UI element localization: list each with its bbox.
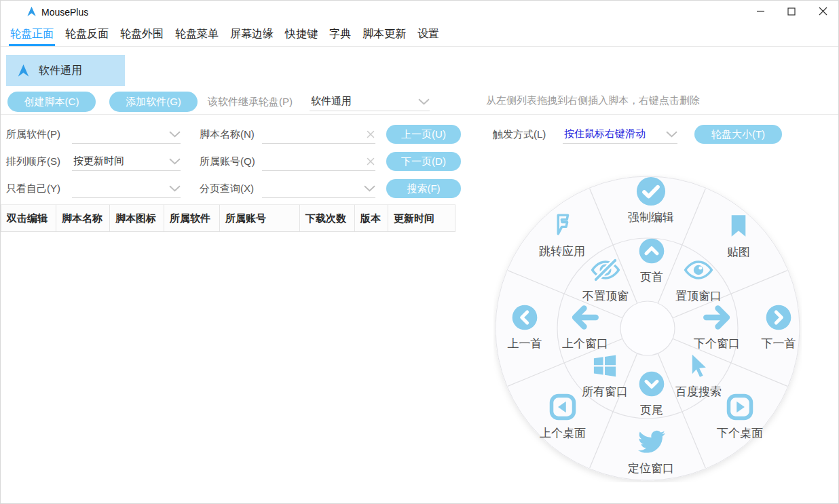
wheel-item-pin-window[interactable]: 置顶窗口 — [658, 254, 739, 304]
inherit-wheel-value: 软件通用 — [310, 95, 352, 108]
script-name-input[interactable] — [262, 125, 375, 144]
trigger-mode-value: 按住鼠标右键滑动 — [563, 128, 646, 140]
wheel-item-label: 跳转应用 — [521, 244, 603, 259]
only-mine-select[interactable] — [72, 179, 181, 198]
wheel-item-jump-app[interactable]: 跳转应用 — [521, 210, 603, 259]
tab-hotkeys[interactable]: 快捷键 — [285, 22, 318, 46]
owner-account-input[interactable] — [262, 152, 375, 171]
owner-account-label: 所属账号(Q) — [200, 152, 255, 171]
column-header: 下载次数 — [299, 205, 354, 231]
close-icon — [819, 7, 827, 16]
chevron-down-icon — [418, 98, 430, 105]
sort-order-label: 排列顺序(S) — [6, 152, 60, 171]
wheel-item-label: 上一首 — [484, 336, 565, 351]
wheel-item-pin-image[interactable]: 贴图 — [698, 210, 779, 260]
chevron-down-icon — [169, 131, 181, 138]
owner-software-label: 所属软件(P) — [6, 125, 60, 144]
wheel-item-locate-window[interactable]: 定位窗口 — [610, 427, 692, 476]
windows-icon — [564, 350, 646, 381]
chevron-down-icon — [169, 158, 181, 165]
mouseplus-window: MousePlus 轮盘正面轮盘反面轮盘外围轮盘菜单屏幕边缘快捷键字典脚本更新设… — [0, 0, 839, 504]
square-play-left-icon — [522, 391, 603, 423]
circle-chevron-left-icon — [484, 302, 565, 333]
drag-hint-text: 从左侧列表拖拽到右侧插入脚本，右键点击删除 — [486, 91, 700, 110]
prev-page-button[interactable]: 上一页(U) — [386, 125, 461, 144]
page-query-label: 分页查询(X) — [200, 179, 254, 198]
maximize-icon — [787, 7, 796, 16]
script-table-header: 双击编辑脚本名称脚本图标所属软件所属账号下载次数版本更新时间 — [1, 204, 455, 232]
foursquare-icon — [521, 210, 603, 241]
nav-arrow-icon — [16, 63, 31, 78]
circle-check-icon — [610, 176, 692, 207]
software-tab-label: 软件通用 — [39, 64, 82, 78]
square-play-right-icon — [699, 391, 781, 423]
trigger-mode-select[interactable]: 按住鼠标右键滑动 — [563, 125, 677, 144]
chevron-down-icon — [364, 185, 375, 192]
minimize-icon — [756, 7, 765, 16]
column-header: 脚本图标 — [109, 205, 164, 231]
wheel-item-label: 不置顶窗 — [565, 288, 646, 304]
wheel-item-label: 贴图 — [698, 244, 779, 260]
tab-settings[interactable]: 设置 — [417, 22, 439, 46]
column-header: 所属账号 — [219, 205, 299, 231]
wheel-item-unpin-window[interactable]: 不置顶窗 — [565, 254, 646, 304]
inherit-wheel-select[interactable]: 软件通用 — [310, 92, 430, 111]
wheel-item-label: 下个桌面 — [699, 425, 781, 441]
next-page-button[interactable]: 下一页(D) — [386, 152, 461, 171]
wheel-size-button[interactable]: 轮盘大小(T) — [694, 125, 782, 144]
wheel-item-label: 上个桌面 — [522, 425, 603, 441]
maximize-button[interactable] — [776, 1, 807, 22]
search-button[interactable]: 搜索(F) — [386, 179, 461, 198]
wheel-item-label: 定位窗口 — [610, 461, 692, 476]
clear-icon[interactable] — [366, 130, 375, 139]
toolbar-divider — [1, 114, 838, 115]
column-header: 双击编辑 — [1, 205, 56, 231]
tab-script-update[interactable]: 脚本更新 — [362, 22, 406, 46]
wheel-item-next-desktop[interactable]: 下个桌面 — [699, 391, 781, 441]
wheel-item-next-track[interactable]: 下一首 — [738, 302, 819, 351]
tab-wheel-menu[interactable]: 轮盘菜单 — [175, 22, 219, 46]
software-tab-general[interactable]: 软件通用 — [6, 55, 125, 86]
tab-dictionary[interactable]: 字典 — [329, 22, 351, 46]
window-controls — [745, 1, 838, 22]
bookmark-icon — [698, 210, 779, 241]
twitter-icon — [610, 427, 692, 458]
sort-order-select[interactable]: 按更新时间 — [72, 152, 181, 171]
column-header: 版本 — [354, 205, 388, 231]
app-logo-icon — [26, 5, 37, 18]
tab-wheel-back[interactable]: 轮盘反面 — [65, 22, 109, 46]
column-header: 脚本名称 — [56, 205, 109, 231]
clear-icon[interactable] — [366, 157, 375, 166]
chevron-down-icon — [169, 185, 181, 192]
wheel-item-prev-desktop[interactable]: 上个桌面 — [522, 391, 603, 441]
wheel-item-prev-track[interactable]: 上一首 — [484, 302, 565, 351]
wheel-center — [620, 301, 675, 355]
close-button[interactable] — [807, 1, 838, 22]
app-title: MousePlus — [41, 7, 88, 18]
trigger-mode-label: 触发方式(L) — [493, 125, 546, 144]
owner-software-select[interactable] — [72, 125, 181, 144]
inherit-wheel-label: 该软件继承轮盘(P) — [208, 92, 293, 111]
script-name-label: 脚本名称(N) — [200, 125, 255, 144]
column-header: 更新时间 — [388, 205, 455, 231]
wheel-item-label: 页尾 — [611, 402, 692, 418]
minimize-button[interactable] — [745, 1, 776, 22]
circle-chevron-right-icon — [738, 302, 819, 333]
tab-bar: 轮盘正面轮盘反面轮盘外围轮盘菜单屏幕边缘快捷键字典脚本更新设置 — [1, 22, 838, 47]
sort-order-value: 按更新时间 — [72, 155, 124, 168]
tab-screen-edge[interactable]: 屏幕边缘 — [230, 22, 274, 46]
tab-wheel-outer[interactable]: 轮盘外围 — [120, 22, 164, 46]
wheel-item-label: 强制编辑 — [610, 210, 692, 225]
create-script-button[interactable]: 创建脚本(C) — [7, 92, 96, 112]
wheel-item-force-edit[interactable]: 强制编辑 — [610, 176, 692, 225]
title-bar: MousePlus — [1, 1, 838, 22]
wheel-item-label: 下一首 — [738, 336, 819, 351]
tab-wheel-front[interactable]: 轮盘正面 — [10, 22, 54, 46]
chevron-down-icon — [666, 131, 677, 138]
page-query-select[interactable] — [262, 179, 375, 198]
column-header: 所属软件 — [164, 205, 219, 231]
add-software-button[interactable]: 添加软件(G) — [109, 92, 198, 112]
only-mine-label: 只看自己(Y) — [6, 179, 60, 198]
